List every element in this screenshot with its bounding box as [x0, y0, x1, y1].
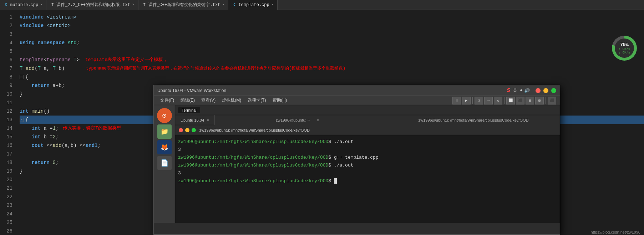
code-line-8: - { [20, 73, 644, 81]
tab-kejian1-close[interactable]: × [132, 3, 135, 7]
vmware-sidebar: ⊙ 📁 🦊 📄 [154, 105, 175, 223]
code-line-6: template<typename T> template表示这里正在定义一个模… [20, 56, 644, 64]
tab-template[interactable]: C template.cpp × [228, 0, 277, 10]
txt-icon-2: T [142, 2, 147, 7]
toolbar-sep2 [504, 97, 504, 104]
terminal-body[interactable]: zw1996@ubuntu:/mnt/hgfs/WinShare/cpluspl… [175, 135, 560, 223]
terminal-tab-main[interactable]: Terminal [178, 107, 200, 113]
files-icon[interactable]: 📄 [157, 156, 172, 170]
terminal-tabs: Terminal [175, 105, 560, 115]
status-url: https://blog.csdn.net/zw1996 [591, 230, 640, 234]
term-line-6: zw1996@ubuntu:/mnt/hgfs/WinShare/cpluspl… [178, 177, 557, 185]
folder-icon[interactable]: 📁 [157, 124, 172, 139]
toolbar-btn6[interactable]: ⊞ [526, 97, 534, 104]
terminal-sub-tabs: Ubuntu 16.04 × zw1996@ubuntu: ~ × zw1996… [175, 115, 560, 125]
tab-mutable[interactable]: C mutable.cpp × [0, 0, 46, 10]
fold-icon-13[interactable]: - [20, 118, 24, 122]
toolbar-btn4[interactable]: ⬜ [506, 97, 515, 104]
tab-bar: C mutable.cpp × T 课件_2.2_C++的封装和访问权限.txt… [0, 0, 644, 10]
code-line-7: T add(T a, T b) typename表示编译期间暂时用T来表示类型，… [20, 64, 644, 73]
toolbar-arrow[interactable]: ▶ [462, 97, 471, 104]
upload-indicator: 79% ↑ OK/s ↓ OK/s [612, 36, 637, 61]
tab-kejian2[interactable]: T 课件_C++新增和有变化的关键字.txt × [138, 0, 229, 10]
txt-icon-1: T [50, 2, 55, 7]
vmware-min-btn[interactable] [543, 88, 548, 93]
menu-help[interactable]: 帮助(H) [270, 97, 290, 104]
code-line-5 [20, 47, 644, 56]
menu-file[interactable]: 文件(F) [157, 97, 177, 104]
term-line-4: zw1996@ubuntu:/mnt/hgfs/WinShare/cpluspl… [178, 162, 557, 169]
term-line-1: zw1996@ubuntu:/mnt/hgfs/WinShare/cpluspl… [178, 138, 557, 146]
vmware-menubar: 文件(F) 编辑(E) 查看(V) 虚拟机(M) 选项卡(T) 帮助(H) ⏸ … [154, 96, 560, 105]
status-bar: https://blog.csdn.net/zw1996 [587, 229, 644, 235]
terminal-area: Terminal Ubuntu 16.04 × zw1996@ubuntu: ~… [175, 105, 560, 223]
code-line-4: using namespace std; [20, 39, 644, 47]
tab-kejian2-close[interactable]: × [222, 3, 224, 7]
toolbar-sep1 [472, 97, 473, 104]
code-line-3 [20, 30, 644, 39]
upload-up: ↑ OK/s [619, 47, 630, 51]
terminal-subtab-path2: zw1996@ubuntu: /mnt/hgfs/WinShare/cplusp… [419, 118, 529, 122]
code-line-2: #include <cstdio> [20, 21, 644, 30]
tab-kejian1[interactable]: T 课件_2.2_C++的封装和访问权限.txt × [46, 0, 138, 10]
vmware-window: Ubuntu 16.04 - VMware Workstation S 英 ● … [153, 85, 560, 235]
terminal-subtab-1-label: Ubuntu 16.04 [181, 118, 204, 122]
menu-vm[interactable]: 虚拟机(M) [219, 97, 244, 104]
vmware-sound: 🔊 [524, 88, 530, 93]
code-line-1: #include <iostream> [20, 13, 644, 21]
toolbar-btn5[interactable]: ⬛ [516, 97, 524, 104]
tab-template-label: template.cpp [238, 2, 269, 7]
vmware-lang: 英 [513, 88, 517, 93]
ubuntu-icon[interactable]: ⊙ [157, 108, 172, 123]
terminal-dots [179, 128, 196, 132]
toolbar-btn1[interactable]: ⎘ [475, 97, 483, 104]
toolbar-btn2[interactable]: ↩ [484, 97, 493, 104]
tab-kejian2-label: 课件_C++新增和有变化的关键字.txt [148, 2, 220, 8]
vmware-logo: S [507, 87, 511, 94]
upload-inner: 79% ↑ OK/s ↓ OK/s [615, 39, 634, 58]
dot-min[interactable] [185, 128, 189, 132]
dot-max[interactable] [192, 128, 196, 132]
menu-view[interactable]: 查看(V) [198, 97, 218, 104]
terminal-cursor [334, 178, 337, 184]
toolbar-sep3 [546, 97, 546, 104]
vmware-titlebar: Ubuntu 16.04 - VMware Workstation S 英 ● … [154, 85, 560, 96]
terminal-subtab-path1: zw1996@ubuntu: ~ [276, 118, 310, 122]
term-line-3: zw1996@ubuntu:/mnt/hgfs/WinShare/cpluspl… [178, 154, 557, 162]
terminal-header-title: zw1996@ubuntu: /mnt/hgfs/WinShare/cplusp… [199, 128, 310, 132]
tab-mutable-close[interactable]: × [40, 3, 42, 7]
tab-template-close[interactable]: × [272, 3, 274, 7]
toolbar-btn8[interactable]: ⬛ [548, 97, 556, 104]
cpp-icon-active: C [232, 2, 237, 7]
vmware-network: ● [520, 88, 523, 93]
menu-tabs[interactable]: 选项卡(T) [245, 97, 269, 104]
terminal-header: zw1996@ubuntu: /mnt/hgfs/WinShare/cplusp… [175, 125, 560, 135]
cpp-icon: C [4, 2, 9, 7]
terminal-subtab-1[interactable]: Ubuntu 16.04 × [175, 115, 215, 125]
dot-close[interactable] [179, 128, 183, 132]
vmware-title: Ubuntu 16.04 - VMware Workstation [157, 88, 507, 93]
tab-mutable-label: mutable.cpp [10, 2, 38, 7]
toolbar-pause[interactable]: ⏸ [452, 97, 461, 104]
line-numbers: 12345 678910 1112131415 1617181920 21222… [0, 10, 16, 235]
terminal-subtab-1-close[interactable]: × [207, 118, 209, 122]
terminal-subtab-path1-close[interactable]: × [317, 118, 319, 122]
toolbar-btn3[interactable]: ↻ [494, 97, 502, 104]
menu-edit[interactable]: 编辑(E) [178, 97, 198, 104]
upload-down: ↓ OK/s [619, 51, 630, 55]
firefox-icon[interactable]: 🦊 [157, 140, 172, 154]
tab-kejian1-label: 课件_2.2_C++的封装和访问权限.txt [56, 2, 130, 8]
toolbar-btn7[interactable]: ⊟ [535, 97, 544, 104]
upload-percent: 79% [620, 42, 628, 47]
editor-container: C mutable.cpp × T 课件_2.2_C++的封装和访问权限.txt… [0, 0, 644, 235]
term-line-2: 3 [178, 146, 557, 154]
vmware-close-btn[interactable] [536, 88, 541, 93]
term-line-5: 3 [178, 169, 557, 177]
fold-icon-8[interactable]: - [20, 75, 24, 79]
vmware-max-btn[interactable] [551, 88, 556, 93]
vmware-content: ⊙ 📁 🦊 📄 Terminal [154, 105, 560, 223]
